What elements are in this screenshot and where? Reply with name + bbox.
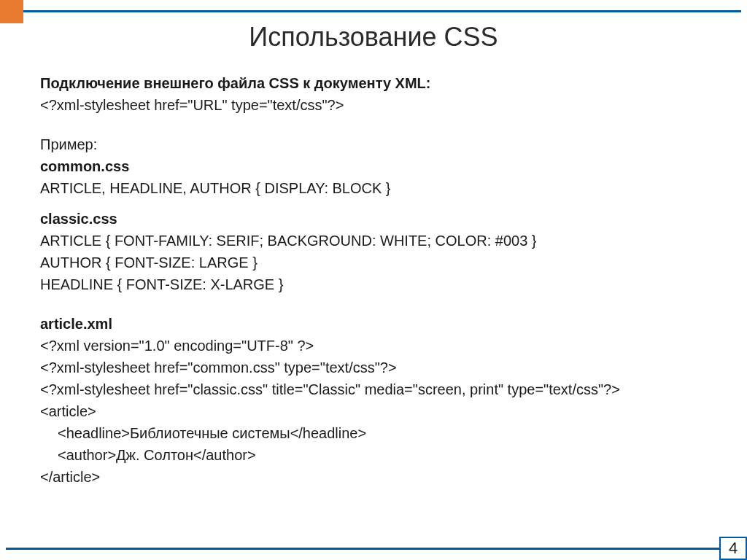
article-xml-line-7: </article>: [40, 467, 711, 487]
classic-css-filename: classic.css: [40, 209, 711, 229]
common-css-filename: common.css: [40, 156, 711, 176]
slide-title: Использование CSS: [0, 22, 747, 52]
page-number: 4: [719, 537, 747, 560]
classic-css-rule-1: ARTICLE { FONT-FAMILY: SERIF; BACKGROUND…: [40, 230, 711, 251]
article-xml-filename: article.xml: [40, 314, 711, 334]
example-label: Пример:: [40, 134, 711, 155]
article-xml-line-3: <?xml-stylesheet href="classic.css" titl…: [40, 379, 711, 400]
classic-css-rule-3: HEADLINE { FONT-SIZE: X-LARGE }: [40, 274, 711, 295]
xml-pi-example: <?xml-stylesheet href="URL" type="text/c…: [40, 95, 711, 115]
corner-accent: [0, 0, 23, 23]
article-xml-line-1: <?xml version="1.0" encoding="UTF-8" ?>: [40, 335, 711, 356]
article-xml-line-6: <author>Дж. Солтон</author>: [40, 445, 711, 465]
top-divider: [0, 10, 741, 12]
slide-content: Подключение внешнего файла CSS к докумен…: [40, 73, 711, 489]
article-xml-line-5: <headline>Библиотечные системы</headline…: [40, 423, 711, 443]
article-xml-line-4: <article>: [40, 401, 711, 421]
classic-css-rule-2: AUTHOR { FONT-SIZE: LARGE }: [40, 252, 711, 273]
section-heading: Подключение внешнего файла CSS к докумен…: [40, 73, 711, 93]
bottom-divider: [6, 548, 747, 550]
common-css-rule: ARTICLE, HEADLINE, AUTHOR { DISPLAY: BLO…: [40, 178, 711, 198]
article-xml-line-2: <?xml-stylesheet href="common.css" type=…: [40, 357, 711, 378]
